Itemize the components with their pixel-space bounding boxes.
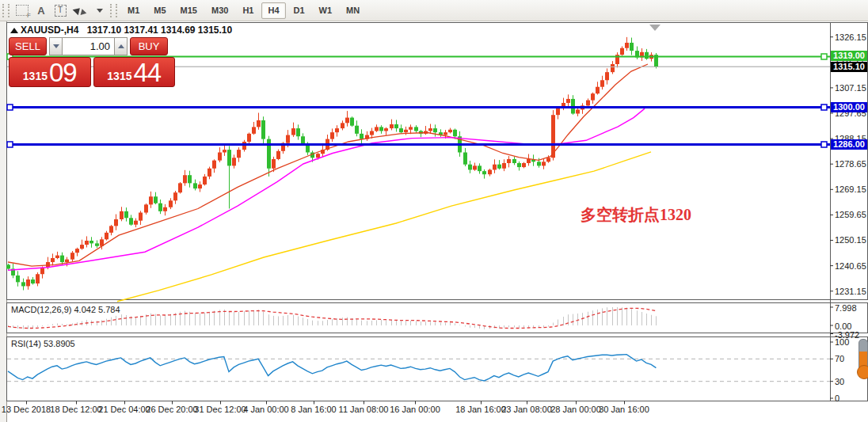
time-tick-label: 21 Dec 04:00 (98, 405, 150, 414)
rsi-axis-label: 0 (835, 393, 839, 403)
price-tick-label: 1326.15 (835, 32, 866, 42)
symbol-collapse-icon[interactable] (10, 28, 18, 33)
price-tick-label: 1231.15 (835, 287, 866, 296)
line-handle[interactable] (7, 105, 13, 110)
ma-fast (8, 64, 648, 266)
price-tick-label: 1250.15 (835, 235, 866, 245)
rsi-axis-label: 70 (835, 354, 844, 363)
rsi-axis-label: 30 (835, 377, 844, 386)
rsi-line (8, 355, 656, 381)
chart-text-annotation[interactable]: 多空转折点1320 (581, 204, 691, 226)
time-tick-label: 23 Jan 08:00 (501, 405, 552, 414)
ma-slow (117, 152, 651, 302)
sell-price-big-figure: 1315 (23, 70, 48, 82)
thermometer-icon (857, 339, 868, 378)
time-tick-label: 8 Jan 16:00 (291, 405, 337, 414)
volume-increase-button[interactable] (114, 37, 128, 55)
time-tick-label: 28 Jan 00:00 (550, 405, 601, 414)
sell-price-pips: 09 (49, 59, 77, 86)
line-handle[interactable] (821, 142, 827, 147)
buy-button[interactable]: BUY (130, 37, 168, 55)
chart-title: XAUUSD-,H4 1317.10 1317.41 1314.69 1315.… (21, 25, 232, 36)
shift-marker-icon[interactable] (649, 25, 661, 31)
time-tick-label: 18 Jan 16:00 (455, 405, 506, 414)
time-tick-label: 16 Jan 00:00 (390, 405, 440, 414)
time-tick-label: 31 Dec 12:00 (194, 405, 246, 414)
price-marker-1319.00: 1319.00 (831, 51, 867, 61)
price-marker-1300.00: 1300.00 (831, 102, 867, 112)
time-tick-label: 18 Dec 12:00 (50, 405, 101, 414)
macd-label: MACD(12,26,9) 4.042 5.784 (11, 305, 120, 314)
symbol-period: XAUUSD-,H4 (21, 25, 78, 36)
triangle-up-icon (118, 44, 124, 48)
triangle-down-icon (53, 44, 59, 48)
time-tick-label: 26 Dec 20:00 (146, 405, 197, 414)
line-handle[interactable] (821, 105, 827, 110)
time-tick-label: 30 Jan 16:00 (599, 405, 649, 414)
volume-input[interactable] (63, 37, 114, 55)
price-marker-1315.10: 1315.10 (831, 62, 867, 72)
time-tick-label: 13 Dec 2018 (2, 405, 51, 414)
line-handle[interactable] (7, 142, 13, 147)
price-tick-label: 1269.15 (835, 184, 866, 194)
sell-quote-button[interactable]: 1315 09 (9, 57, 91, 87)
price-marker-1286.00: 1286.00 (831, 139, 867, 150)
buy-quote-button[interactable]: 1315 44 (93, 57, 176, 87)
volume-decrease-button[interactable] (49, 37, 63, 55)
time-tick-label: 11 Jan 08:00 (339, 405, 389, 414)
price-tick-label: 1307.15 (835, 83, 866, 93)
rsi-value: 53.8905 (44, 339, 75, 348)
price-tick-label: 1259.65 (835, 210, 866, 219)
line-handle[interactable] (821, 54, 827, 59)
price-tick-label: 1240.65 (835, 261, 866, 271)
macd-axis-label: 7.998 (835, 303, 857, 313)
time-tick-label: 4 Jan 00:00 (243, 405, 289, 414)
rsi-label: RSI(14) 53.8905 (11, 339, 75, 348)
rsi-axis-label: 100 (835, 337, 849, 347)
price-tick-label: 1278.65 (835, 159, 866, 169)
macd-values: 4.042 5.784 (74, 305, 120, 314)
buy-price-big-figure: 1315 (107, 70, 131, 82)
one-click-trading-panel: SELL BUY 1315 09 1315 44 (9, 37, 175, 87)
sell-button[interactable]: SELL (9, 37, 47, 55)
ohlc-values: 1317.10 1317.41 1314.69 1315.10 (87, 25, 233, 36)
buy-price-pips: 44 (133, 59, 161, 86)
